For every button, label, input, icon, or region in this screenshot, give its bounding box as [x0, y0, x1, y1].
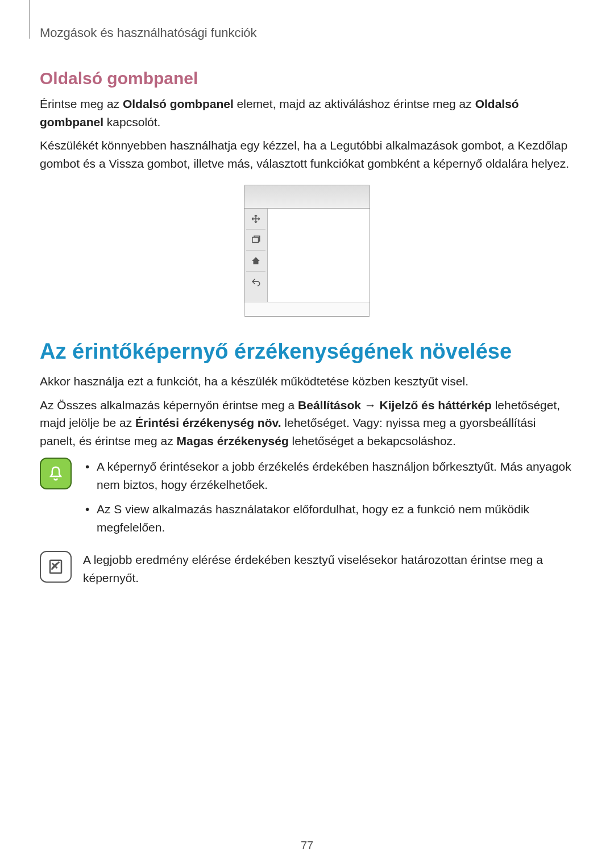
svg-rect-0 [252, 238, 259, 243]
device-illustration [244, 185, 370, 317]
section1-paragraph2: Készülékét könnyebben használhatja egy k… [40, 136, 574, 172]
note-block-memo: A legjobb eredmény elérése érdekében kes… [40, 551, 574, 587]
bold-term-settings: Beállítások [298, 398, 361, 412]
sidebar-divider [246, 271, 265, 272]
bold-term-high-sensitivity: Magas érzékenység [176, 434, 288, 447]
move-icon [250, 213, 262, 225]
text-fragment: lehetőséget a bekapcsoláshoz. [289, 434, 456, 447]
bell-icon [40, 458, 72, 489]
note-icon [40, 551, 72, 583]
bold-term-display-wallpaper: Kijelző és háttérkép [380, 398, 492, 412]
sidebar-divider [246, 250, 265, 251]
illustration-statusbar [244, 185, 370, 209]
illustration-bottom [244, 302, 370, 316]
bold-term-side-key-panel: Oldalsó gombpanel [123, 97, 234, 110]
section1-paragraph1: Érintse meg az Oldalsó gombpanel elemet,… [40, 95, 574, 131]
illustration-body [244, 209, 370, 302]
note-content: A képernyő érintésekor a jobb érzékelés … [83, 458, 574, 543]
illustration-sidebar [244, 209, 268, 302]
note-content: A legjobb eredmény elérése érdekében kes… [83, 551, 574, 587]
bold-term-increase-touch: Érintési érzékenység növ. [135, 416, 281, 429]
section2-paragraph2: Az Összes alkalmazás képernyőn érintse m… [40, 396, 574, 450]
left-margin-rule [30, 0, 30, 39]
text-fragment: Érintse meg az [40, 97, 123, 110]
list-item: A képernyő érintésekor a jobb érzékelés … [83, 458, 574, 493]
home-icon [250, 255, 262, 267]
section2-paragraph1: Akkor használja ezt a funkciót, ha a kés… [40, 372, 574, 391]
illustration-figure [40, 185, 574, 317]
section-heading-touch-sensitivity: Az érintőképernyő érzékenységének növelé… [40, 339, 574, 364]
illustration-content [268, 209, 370, 302]
sidebar-divider [246, 229, 265, 230]
section-heading-side-key-panel: Oldalsó gombpanel [40, 69, 574, 88]
page-root: Mozgások és használhatósági funkciók Old… [0, 0, 614, 868]
text-fragment: elemet, majd az aktiváláshoz érintse meg… [234, 97, 475, 110]
text-fragment: kapcsolót. [103, 115, 160, 128]
breadcrumb: Mozgások és használhatósági funkciók [40, 26, 574, 40]
text-fragment: Az Összes alkalmazás képernyőn érintse m… [40, 398, 298, 412]
list-item: Az S view alkalmazás használatakor előfo… [83, 500, 574, 536]
tips-list: A képernyő érintésekor a jobb érzékelés … [83, 458, 574, 536]
note-block-tips: A képernyő érintésekor a jobb érzékelés … [40, 458, 574, 543]
back-icon [250, 276, 262, 288]
arrow-separator: → [361, 398, 380, 412]
page-number: 77 [0, 839, 614, 852]
recent-apps-icon [250, 234, 262, 246]
